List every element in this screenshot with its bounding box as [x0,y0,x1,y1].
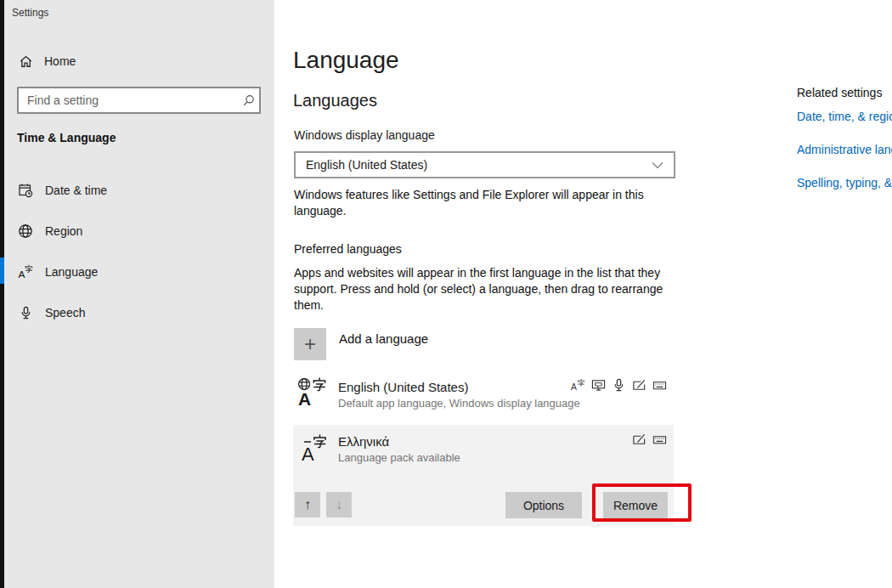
display-language-label: Windows display language [294,128,435,142]
add-language-label: Add a language [339,331,428,346]
preferred-languages-header: Preferred languages [294,242,402,256]
sidebar-item-home[interactable]: Home [4,46,274,76]
sidebar-item-date-time[interactable]: Date & time [4,170,274,211]
language-pack-icon: A [301,433,330,465]
svg-text:A: A [571,382,577,392]
add-language-button[interactable]: + Add a language [294,328,428,360]
plus-icon: + [294,328,326,360]
sidebar-item-language[interactable]: A Language [4,252,274,292]
sidebar-item-speech[interactable]: Speech [4,292,274,333]
handwriting-feature-icon [632,433,646,447]
keyboard-feature-icon [652,433,667,447]
svg-text:A: A [298,389,311,409]
display-language-feature-icon: A [571,378,585,393]
search-icon[interactable] [237,94,259,107]
related-link-administrative-language[interactable]: Administrative language settings [797,143,892,156]
page-title: Language [293,47,399,74]
globe-icon [18,223,33,239]
language-name: English (United States) [338,380,468,394]
move-down-button[interactable]: ↓ [326,492,352,517]
preferred-languages-description: Apps and websites will appear in the fir… [294,265,685,314]
sidebar-item-label: Language [45,265,98,279]
related-link-date-time-regional[interactable]: Date, time, & regional formatting [797,110,892,123]
home-icon [18,54,33,69]
sidebar-item-label: Date & time [45,184,107,197]
chevron-down-icon [652,161,663,169]
sidebar: Settings Home Time & Language [0,0,274,588]
remove-button[interactable]: Remove [603,492,668,518]
related-link-spelling-typing[interactable]: Spelling, typing, & autocorrect settings [797,176,892,189]
sidebar-group-title: Time & Language [17,131,116,144]
letter-a-glyph: A [18,268,25,280]
default-language-icon: A [296,376,329,409]
display-language-value: English (United States) [306,158,652,172]
options-button[interactable]: Options [505,492,582,518]
move-up-button[interactable]: ↑ [295,492,320,517]
search-box [17,87,261,114]
display-language-description: Windows features like Settings and File … [294,187,678,219]
app-title: Settings [12,7,48,19]
languages-section-header: Languages [293,91,377,110]
settings-window: Settings Home Time & Language [0,0,892,588]
keyboard-feature-icon [652,378,667,393]
selected-item-accent-bar [0,257,4,284]
language-row-greek[interactable]: A Ελληνικά Language pack available ↑ ↓ O… [293,425,674,526]
svg-text:A: A [302,444,314,465]
language-name: Ελληνικά [338,434,389,449]
display-language-dropdown[interactable]: English (United States) [294,151,675,178]
sidebar-item-label: Speech [45,306,85,319]
language-row-english[interactable]: A English (United States) Default app la… [293,372,674,421]
language-status: Default app language, Windows display la… [338,397,580,410]
handwriting-feature-icon [632,378,646,393]
speech-feature-icon [612,378,626,393]
window-edge [0,0,4,588]
search-input[interactable] [19,93,237,107]
arrow-up-icon: ↑ [304,497,311,512]
sidebar-home-label: Home [44,54,76,68]
sidebar-item-label: Region [45,224,82,238]
arrow-down-icon: ↓ [336,497,342,512]
app-language-monitor-icon [591,378,606,393]
microphone-icon [18,305,33,320]
language-icon: A [18,264,33,280]
sidebar-item-region[interactable]: Region [4,211,274,252]
calendar-clock-icon [18,183,33,198]
language-status: Language pack available [338,451,460,464]
related-settings-title: Related settings [797,86,882,99]
